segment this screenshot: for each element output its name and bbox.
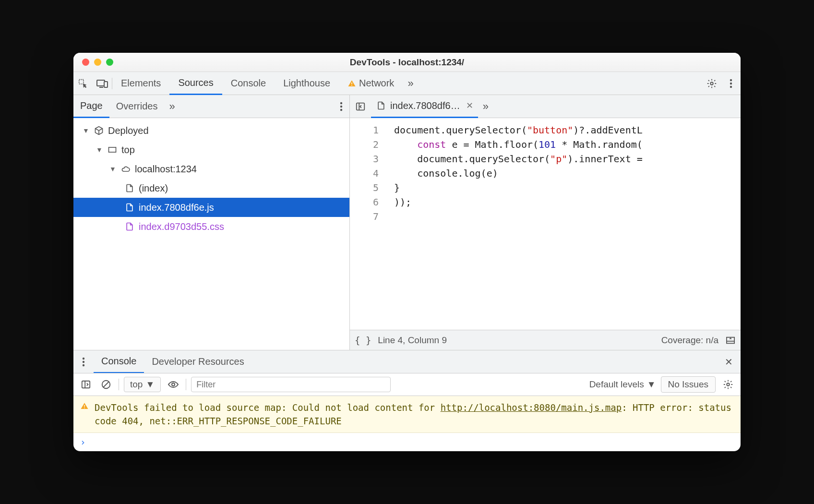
console-settings-icon[interactable] <box>720 377 736 392</box>
warning-icon <box>80 402 89 410</box>
tab-lighthouse[interactable]: Lighthouse <box>275 72 339 95</box>
device-toolbar-icon[interactable] <box>93 74 112 93</box>
tree-file-css[interactable]: index.d9703d55.css <box>73 217 349 236</box>
clear-console-icon[interactable] <box>98 377 114 392</box>
tree-file-js[interactable]: index.7808df6e.js <box>73 198 349 217</box>
svg-point-7 <box>730 82 732 84</box>
svg-point-9 <box>340 102 342 104</box>
tab-sources[interactable]: Sources <box>169 72 222 95</box>
file-icon <box>124 221 135 232</box>
svg-point-5 <box>710 82 713 85</box>
svg-point-6 <box>730 79 732 81</box>
open-file-tab[interactable]: index.7808df6… ✕ <box>371 95 478 118</box>
drawer-kebab-icon[interactable] <box>75 357 92 367</box>
toggle-navigator-icon[interactable] <box>350 101 371 112</box>
toggle-console-sidebar-icon[interactable] <box>78 377 94 392</box>
tab-elements[interactable]: Elements <box>112 72 169 95</box>
sidebar-tab-page[interactable]: Page <box>73 95 109 118</box>
svg-point-19 <box>83 364 84 366</box>
svg-rect-3 <box>351 82 352 84</box>
console-prompt[interactable]: › <box>73 433 741 451</box>
settings-icon[interactable] <box>702 74 721 93</box>
svg-rect-0 <box>79 79 84 84</box>
code-content[interactable]: document.querySelector("button")?.addEve… <box>388 118 643 330</box>
more-sidebar-tabs-icon[interactable]: » <box>164 100 180 113</box>
kebab-menu-icon[interactable] <box>721 74 741 93</box>
chevron-down-icon: ▼ <box>145 379 155 390</box>
svg-rect-26 <box>84 405 85 407</box>
svg-point-17 <box>83 357 84 359</box>
svg-point-24 <box>172 383 175 386</box>
inspect-element-icon[interactable] <box>73 74 93 93</box>
context-selector[interactable]: top ▼ <box>124 377 161 392</box>
drawer-tabs: Console Developer Resources ✕ <box>73 350 741 373</box>
minimize-window-button[interactable] <box>94 59 101 66</box>
filter-input[interactable] <box>191 377 391 392</box>
code-area[interactable]: 1234567 document.querySelector("button")… <box>350 118 741 330</box>
body-split: ▼ Deployed ▼ top ▼ localhost:1234 <box>73 118 741 350</box>
toggle-drawer-icon[interactable] <box>725 336 736 345</box>
line-gutter: 1234567 <box>350 118 388 330</box>
tab-console[interactable]: Console <box>222 72 275 95</box>
live-expression-icon[interactable] <box>166 377 181 392</box>
editor-statusbar: { } Line 4, Column 9 Coverage: n/a <box>350 330 741 350</box>
more-tabs-icon[interactable]: » <box>403 77 418 90</box>
sources-subrow: Page Overrides » index.7808df6… ✕ » <box>73 95 741 118</box>
maximize-window-button[interactable] <box>106 59 113 66</box>
warning-icon <box>347 79 356 88</box>
svg-point-25 <box>727 383 730 386</box>
svg-point-18 <box>83 360 84 362</box>
sidebar-kebab-icon[interactable] <box>333 102 349 111</box>
close-tab-icon[interactable]: ✕ <box>466 100 473 111</box>
tab-network[interactable]: Network <box>339 72 403 95</box>
file-icon <box>124 183 135 193</box>
coverage-status: Coverage: n/a <box>661 335 718 346</box>
close-drawer-icon[interactable]: ✕ <box>717 356 741 368</box>
file-icon <box>124 202 135 213</box>
more-file-tabs-icon[interactable]: » <box>478 100 493 113</box>
svg-point-8 <box>730 85 732 87</box>
sourcemap-link[interactable]: http://localhost:8080/main.js.map <box>441 402 622 413</box>
svg-rect-1 <box>97 80 105 86</box>
svg-point-10 <box>340 105 342 107</box>
tree-deployed[interactable]: ▼ Deployed <box>73 121 349 140</box>
svg-line-23 <box>104 382 109 387</box>
frame-icon <box>107 144 118 155</box>
tree-top[interactable]: ▼ top <box>73 140 349 159</box>
editor-pane: 1234567 document.querySelector("button")… <box>350 118 741 350</box>
tree-file-index[interactable]: (index) <box>73 179 349 198</box>
svg-rect-14 <box>109 147 116 152</box>
issues-button[interactable]: No Issues <box>661 376 716 393</box>
drawer-tab-console[interactable]: Console <box>94 350 144 373</box>
window-title: DevTools - localhost:1234/ <box>73 57 741 68</box>
tree-host[interactable]: ▼ localhost:1234 <box>73 159 349 179</box>
svg-rect-4 <box>351 85 352 86</box>
devtools-window: DevTools - localhost:1234/ Elements Sour… <box>73 53 741 451</box>
file-icon <box>376 100 386 111</box>
chevron-down-icon: ▼ <box>647 379 656 390</box>
svg-rect-27 <box>84 408 85 408</box>
traffic-lights <box>82 59 113 66</box>
svg-rect-2 <box>104 82 108 87</box>
cube-icon <box>94 125 104 136</box>
titlebar: DevTools - localhost:1234/ <box>73 53 741 72</box>
drawer-tab-devres[interactable]: Developer Resources <box>144 350 251 373</box>
sidebar-tab-overrides[interactable]: Overrides <box>109 95 165 118</box>
console-toolbar: top ▼ Default levels ▼ No Issues <box>73 373 741 396</box>
cursor-position: Line 4, Column 9 <box>378 335 447 346</box>
close-window-button[interactable] <box>82 59 89 66</box>
cloud-icon <box>120 164 131 174</box>
console-warning-row: DevTools failed to load source map: Coul… <box>73 396 741 433</box>
pretty-print-icon[interactable]: { } <box>355 335 371 346</box>
main-tabs: Elements Sources Console Lighthouse Netw… <box>73 72 741 95</box>
file-navigator: ▼ Deployed ▼ top ▼ localhost:1234 <box>73 118 350 350</box>
log-levels-selector[interactable]: Default levels ▼ <box>589 379 656 390</box>
svg-point-11 <box>340 108 342 110</box>
